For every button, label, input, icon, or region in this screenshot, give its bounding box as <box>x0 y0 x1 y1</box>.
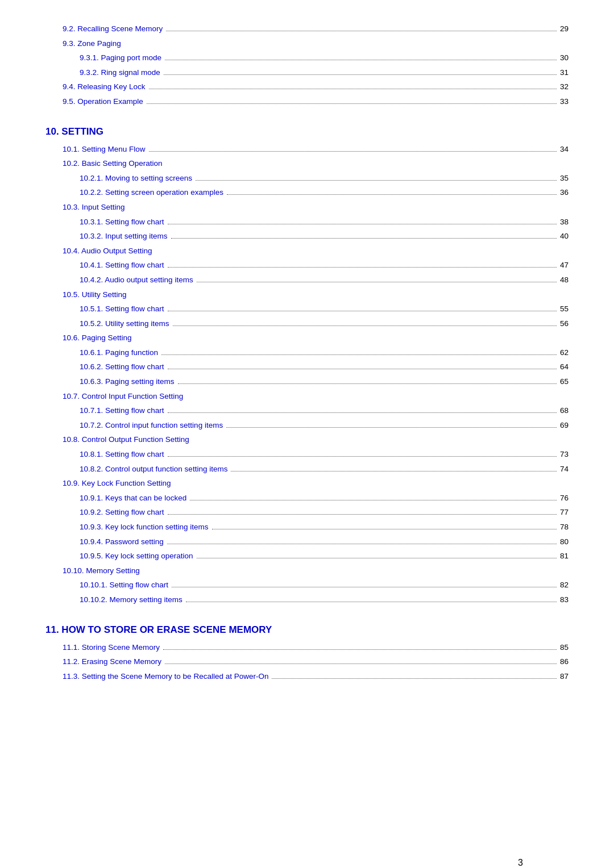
toc-page-number: 69 <box>560 419 569 432</box>
toc-link[interactable]: 11.2. Erasing Scene Memory <box>63 656 161 668</box>
toc-page-number: 38 <box>560 216 569 228</box>
toc-item: 10.6.1. Paging function62 <box>45 347 569 359</box>
toc-link[interactable]: 10.5.2. Utility setting items <box>80 318 169 330</box>
toc-link[interactable]: 10.9.1. Keys that can be locked <box>80 492 186 504</box>
toc-item: 10.8.1. Setting flow chart73 <box>45 448 569 461</box>
toc-page-number: 33 <box>560 95 569 108</box>
toc-dots <box>190 500 557 500</box>
toc-dots <box>196 180 557 181</box>
toc-link[interactable]: 10.9.4. Password setting <box>80 536 164 548</box>
toc-link[interactable]: 9.4. Releasing Key Lock <box>63 81 146 93</box>
toc-link[interactable]: 11.3. Setting the Scene Memory to be Rec… <box>63 670 268 683</box>
toc-link[interactable]: 10.2.2. Setting screen operation example… <box>80 186 223 199</box>
toc-page-number: 74 <box>560 463 569 475</box>
toc-dots <box>163 649 557 650</box>
toc-item: 10.9.5. Key lock setting operation81 <box>45 550 569 562</box>
toc-item: 10.7.2. Control input function setting i… <box>45 419 569 432</box>
toc-link[interactable]: 10.8.1. Setting flow chart <box>80 448 164 461</box>
toc-link[interactable]: 10.6.1. Paging function <box>80 347 158 359</box>
toc-item: 9.3.2. Ring signal mode31 <box>45 66 569 79</box>
toc-item: 10.4.1. Setting flow chart47 <box>45 259 569 272</box>
toc-link[interactable]: 10.8.2. Control output function setting … <box>80 463 227 475</box>
toc-item: 10.5. Utility Setting <box>45 289 569 301</box>
toc-link[interactable]: 10.4.1. Setting flow chart <box>80 259 164 272</box>
toc-item: 11.2. Erasing Scene Memory86 <box>45 656 569 668</box>
toc-link[interactable]: 10.7. Control Input Function Setting <box>63 390 183 403</box>
toc-page-number: 34 <box>560 143 569 156</box>
toc-link[interactable]: 10.7.2. Control input function setting i… <box>80 419 223 432</box>
toc-page-number: 64 <box>560 361 569 373</box>
toc-dots <box>171 238 557 239</box>
toc-item: 10.2.2. Setting screen operation example… <box>45 186 569 199</box>
toc-item: 11.1. Storing Scene Memory85 <box>45 641 569 654</box>
toc-link[interactable]: 10.3.1. Setting flow chart <box>80 216 164 228</box>
toc-link[interactable]: 9.3. Zone Paging <box>63 37 121 50</box>
toc-link[interactable]: 10.4. Audio Output Setting <box>63 245 152 257</box>
toc-page-number: 81 <box>560 550 569 562</box>
toc-link[interactable]: 10.5.1. Setting flow chart <box>80 303 164 315</box>
toc-dots <box>161 354 557 355</box>
toc-dots <box>168 224 557 224</box>
toc-link[interactable]: 10.1. Setting Menu Flow <box>63 143 146 156</box>
toc-link[interactable]: 10.7.1. Setting flow chart <box>80 404 164 417</box>
toc-link[interactable]: 10.6. Paging Setting <box>63 332 132 344</box>
toc-dots <box>197 558 557 558</box>
toc-link[interactable]: 10.3. Input Setting <box>63 201 125 214</box>
toc-link[interactable]: 10.9. Key Lock Function Setting <box>63 477 171 490</box>
toc-link[interactable]: 10.5. Utility Setting <box>63 289 127 301</box>
toc-link[interactable]: 10.4.2. Audio output setting items <box>80 274 193 286</box>
toc-dots <box>231 471 557 471</box>
toc-item: 10.8. Control Output Function Setting <box>45 433 569 446</box>
toc-item: 10.1. Setting Menu Flow34 <box>45 143 569 156</box>
toc-link[interactable]: 10.9.3. Key lock function setting items <box>80 521 209 533</box>
toc-item: 10.9.4. Password setting80 <box>45 536 569 548</box>
toc-item: 10.6. Paging Setting <box>45 332 569 344</box>
toc-item: 9.2. Recalling Scene Memory29 <box>45 23 569 35</box>
toc-dots <box>165 60 557 60</box>
toc-page-number: 65 <box>560 375 569 388</box>
toc-page-number: 40 <box>560 230 569 243</box>
toc-dots <box>168 267 557 268</box>
toc-link[interactable]: 9.3.2. Ring signal mode <box>80 66 160 79</box>
toc-dots <box>226 427 557 428</box>
toc-link[interactable]: 10.2.1. Moving to setting screens <box>80 172 192 185</box>
toc-page-number: 32 <box>560 81 569 93</box>
toc-link[interactable]: 10.10.1. Setting flow chart <box>80 579 168 591</box>
toc-item: 10.2. Basic Setting Operation <box>45 157 569 170</box>
toc-page-number: 62 <box>560 347 569 359</box>
toc-link[interactable]: 9.2. Recalling Scene Memory <box>63 23 163 35</box>
toc-link[interactable]: 10.9.2. Setting flow chart <box>80 506 164 519</box>
toc-link[interactable]: 10.10.2. Memory setting items <box>80 594 182 606</box>
toc-dots <box>168 311 557 311</box>
toc-link[interactable]: 11.1. Storing Scene Memory <box>63 641 160 654</box>
toc-item: 10.9.2. Setting flow chart77 <box>45 506 569 519</box>
toc-dots <box>186 602 557 602</box>
toc-link[interactable]: 9.5. Operation Example <box>63 95 143 108</box>
toc-item: 10.10. Memory Setting <box>45 565 569 577</box>
toc-dots <box>212 529 557 529</box>
toc-item: 10.4.2. Audio output setting items48 <box>45 274 569 286</box>
toc-dots <box>165 663 557 664</box>
toc-dots <box>197 282 557 282</box>
toc-dots <box>168 456 557 457</box>
toc-link[interactable]: 10.2. Basic Setting Operation <box>63 157 163 170</box>
toc-link[interactable]: 10.10. Memory Setting <box>63 565 140 577</box>
toc-item: 10.10.1. Setting flow chart82 <box>45 579 569 591</box>
toc-item: 9.4. Releasing Key Lock32 <box>45 81 569 93</box>
toc-link[interactable]: 10.3.2. Input setting items <box>80 230 168 243</box>
toc-link[interactable]: 9.3.1. Paging port mode <box>80 52 161 64</box>
toc-dots <box>168 412 557 413</box>
toc-page-number: 47 <box>560 259 569 272</box>
toc-link[interactable]: 10.6.3. Paging setting items <box>80 375 175 388</box>
toc-dots <box>149 151 557 152</box>
toc-link[interactable]: 10.8. Control Output Function Setting <box>63 433 189 446</box>
toc-page-number: 77 <box>560 506 569 519</box>
toc-item: 10.3.2. Input setting items40 <box>45 230 569 243</box>
toc-page-number: 48 <box>560 274 569 286</box>
toc-item: 10.6.2. Setting flow chart64 <box>45 361 569 373</box>
toc-link[interactable]: 10.6.2. Setting flow chart <box>80 361 164 373</box>
toc-link[interactable]: 10.9.5. Key lock setting operation <box>80 550 193 562</box>
toc-item: 10.8.2. Control output function setting … <box>45 463 569 475</box>
toc-container: 9.2. Recalling Scene Memory299.3. Zone P… <box>45 23 569 682</box>
toc-item: 9.5. Operation Example33 <box>45 95 569 108</box>
